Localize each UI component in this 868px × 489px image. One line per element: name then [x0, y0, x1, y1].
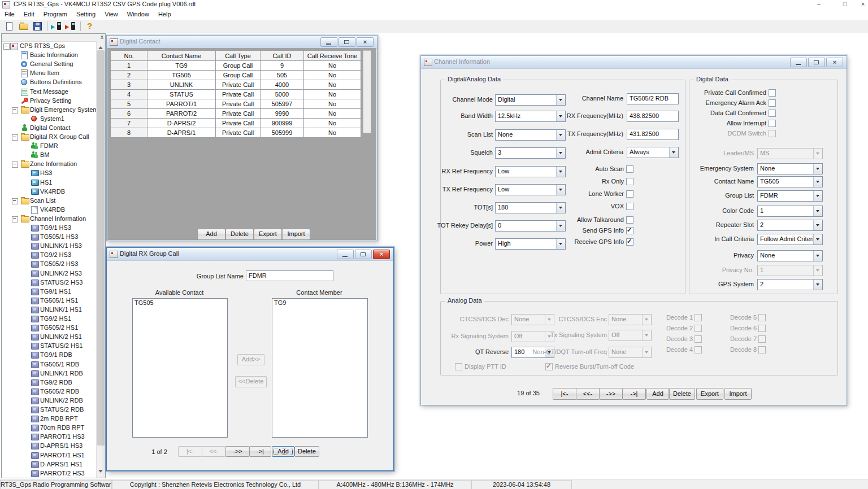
auto-scan-checkbox[interactable] [626, 165, 633, 173]
delete-button[interactable]: Delete [294, 446, 319, 457]
band-width-select[interactable]: 12.5kHz [495, 111, 566, 122]
cell-call-type[interactable]: Group Call [216, 61, 261, 71]
allow-talkaround-checkbox[interactable] [626, 216, 633, 224]
chevron-down-icon[interactable] [813, 280, 822, 290]
tree-expander-icon[interactable] [12, 198, 18, 204]
cell-contact-name[interactable]: PARROT/1 [147, 99, 216, 109]
minimize-icon[interactable] [790, 58, 807, 67]
chevron-down-icon[interactable] [669, 147, 678, 158]
chevron-down-icon[interactable] [813, 251, 822, 261]
tree-item-fdmr[interactable]: FDMR [2, 142, 97, 151]
cell-call-receive-tone[interactable]: No [304, 119, 361, 128]
minimize-icon[interactable]: – [810, 0, 827, 9]
cell-call-type[interactable]: Private Call [216, 109, 261, 119]
menu-view[interactable]: View [100, 9, 123, 20]
repeater-slot-select[interactable]: 2 [757, 220, 823, 231]
contact-name-select[interactable]: TG505 [757, 176, 823, 187]
cell-call-receive-tone[interactable]: No [304, 109, 361, 119]
delete-button[interactable]: Delete [669, 388, 695, 400]
cell-call-id[interactable]: 5000 [261, 90, 304, 99]
tree-item-d-aprs-1-hs1[interactable]: D-APRS/1 HS1 [2, 460, 97, 469]
cell-call-id[interactable]: 505999 [261, 128, 304, 138]
squelch-select[interactable]: 3 [495, 147, 566, 159]
nav-next-button[interactable]: ->> [599, 388, 623, 400]
tree-item-buttons-definitions[interactable]: Buttons Definitions [2, 78, 97, 87]
tree-item-privacy-setting[interactable]: Privacy Setting [2, 97, 97, 106]
tree-item-unlink-2-hs1[interactable]: UNLINK/2 HS1 [2, 333, 97, 342]
cell-call-receive-tone[interactable]: No [304, 80, 361, 90]
available-contact-list[interactable]: TG505 [132, 298, 228, 438]
receive-gps-info-checkbox[interactable] [626, 238, 633, 246]
list-item[interactable]: TG9 [272, 299, 367, 307]
tree-item-scan-list[interactable]: Scan List [2, 197, 97, 206]
tree-item-status-2-rdb[interactable]: STATUS/2 RDB [2, 405, 97, 414]
table-row[interactable]: 1TG9Group Call9No [111, 61, 361, 71]
table-row[interactable]: 3UNLINKPrivate Call4000No [111, 80, 361, 90]
tree-item-unlink-2-hs3[interactable]: UNLINK/2 HS3 [2, 269, 97, 278]
maximize-icon[interactable]: □ [836, 0, 853, 9]
tree-item-parrot-1-hs1[interactable]: PARROT/1 HS1 [2, 451, 97, 460]
add-button[interactable]: Add [272, 446, 294, 457]
list-item[interactable]: TG505 [133, 299, 227, 307]
rx-only-checkbox[interactable] [626, 178, 633, 185]
table-row[interactable]: 4STATUSPrivate Call5000No [111, 90, 361, 99]
chevron-down-icon[interactable] [556, 203, 565, 213]
lone-worker-checkbox[interactable] [626, 190, 633, 198]
chevron-down-icon[interactable] [556, 111, 565, 121]
rx-ref-frequency-select[interactable]: Low [495, 166, 566, 177]
send-gps-info-checkbox[interactable] [626, 227, 633, 234]
tree-item-d-aprs-1-hs3[interactable]: D-APRS/1 HS3 [2, 442, 97, 451]
tree-item-vk4rdb[interactable]: VK4RDB [2, 206, 97, 215]
menu-edit[interactable]: Edit [19, 9, 39, 20]
tree-item-digit-emergency-system[interactable]: Digit Emergency System [2, 106, 97, 115]
cell-call-receive-tone[interactable]: No [304, 128, 361, 138]
cell-contact-name[interactable]: TG9 [147, 61, 216, 71]
tree-expander-icon[interactable] [3, 43, 10, 50]
cell-call-id[interactable]: 505 [261, 71, 304, 80]
table-row[interactable]: 5PARROT/1Private Call505997No [111, 99, 361, 109]
chevron-down-icon[interactable] [556, 167, 565, 177]
tree-expander-icon[interactable] [12, 107, 18, 113]
tree-item-cps-rt3s-gps[interactable]: CPS RT3S_Gps [2, 42, 97, 51]
rx-group-call-title-bar[interactable]: Digital RX Group Call × [107, 248, 393, 261]
privacy-select[interactable]: None [757, 250, 823, 261]
tree-item-tg505-2-hs1[interactable]: TG505/2 HS1 [2, 324, 97, 333]
menu-help[interactable]: Help [154, 9, 176, 20]
nav-last-button[interactable]: ->| [249, 446, 271, 457]
channel-information-title-bar[interactable]: Channel Information × [421, 56, 847, 69]
cell-call-receive-tone[interactable]: No [304, 61, 361, 71]
menu-window[interactable]: Window [123, 9, 154, 20]
tree-item-tg9-2-rdb[interactable]: TG9/2 RDB [2, 378, 97, 387]
tree-item-tg9-1-hs1[interactable]: TG9/1 HS1 [2, 287, 97, 296]
tree-item-unlink-1-hs3[interactable]: UNLINK/1 HS3 [2, 242, 97, 251]
chevron-down-icon[interactable] [813, 206, 822, 216]
rx-frequency-mhz-input[interactable]: 438.82500 [627, 111, 679, 122]
nav-prev-button[interactable]: <<- [576, 388, 600, 400]
open-file-icon[interactable] [17, 20, 30, 32]
cell-no[interactable]: 2 [111, 71, 147, 80]
tree-item-tg505-2-rdb[interactable]: TG505/2 RDB [2, 387, 97, 396]
cell-no[interactable]: 3 [111, 80, 147, 90]
allow-interrupt-checkbox[interactable] [769, 120, 776, 127]
tree-item-status-2-hs3[interactable]: STATUS/2 HS3 [2, 278, 97, 287]
cell-contact-name[interactable]: D-APRS/2 [147, 119, 216, 128]
chevron-down-icon[interactable] [556, 239, 565, 249]
menu-file[interactable]: File [0, 9, 19, 20]
cell-call-receive-tone[interactable]: No [304, 90, 361, 99]
cell-call-receive-tone[interactable]: No [304, 71, 361, 80]
delete-button[interactable]: Delete [225, 229, 254, 240]
cell-call-id[interactable]: 9 [261, 61, 304, 71]
table-row[interactable]: 8D-APRS/1Private Call505999No [111, 128, 361, 138]
cell-call-receive-tone[interactable]: No [304, 99, 361, 109]
tx-frequency-mhz-input[interactable]: 431.82500 [627, 129, 679, 140]
tree-item-tg505-2-hs3[interactable]: TG505/2 HS3 [2, 260, 97, 269]
chevron-down-icon[interactable] [813, 177, 822, 187]
table-row[interactable]: 2TG505Group Call505No [111, 71, 361, 80]
minimize-icon[interactable] [337, 250, 354, 259]
table-scrollbar[interactable] [363, 50, 371, 133]
tree-item-2m-rdb-rpt[interactable]: 2m RDB RPT [2, 414, 97, 423]
vox-checkbox[interactable] [626, 203, 633, 210]
color-code-select[interactable]: 1 [757, 206, 823, 217]
tree-item-text-message[interactable]: Text Message [2, 88, 97, 97]
cell-no[interactable]: 1 [111, 61, 147, 71]
